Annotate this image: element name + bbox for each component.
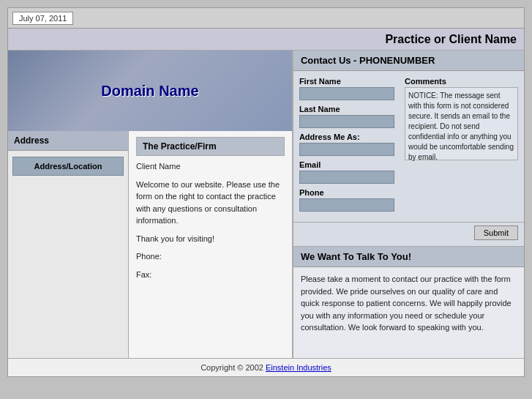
client-name: Client Name bbox=[136, 160, 285, 173]
main-content: Domain Name Address Address/Location The… bbox=[8, 51, 524, 358]
top-bar: July 07, 2011 bbox=[8, 8, 524, 29]
email-label: Email bbox=[299, 160, 400, 169]
comments-label: Comments bbox=[405, 77, 518, 86]
address-me-input[interactable] bbox=[299, 143, 394, 156]
date-badge: July 07, 2011 bbox=[12, 12, 73, 25]
phone-input[interactable] bbox=[299, 198, 394, 212]
contact-header: Contact Us - PHONENUMBER bbox=[293, 51, 524, 71]
title-bar: Practice or Client Name bbox=[8, 29, 524, 51]
last-name-group: Last Name bbox=[299, 105, 400, 128]
footer: Copyright © 2002 Einstein Industries bbox=[8, 358, 524, 376]
sidebar-header: Address bbox=[8, 131, 128, 151]
einstein-link[interactable]: Einstein Industries bbox=[266, 363, 331, 372]
phone-label: Phone bbox=[299, 188, 400, 197]
comments-text: NOTICE: The message sent with this form … bbox=[405, 87, 518, 160]
contact-form-area: First Name Last Name Address Me As: Emai… bbox=[293, 71, 524, 223]
content-header: The Practice/Firm bbox=[136, 137, 285, 156]
content-body: Client Name Welcome to our website. Plea… bbox=[136, 160, 285, 280]
left-panel: Domain Name Address Address/Location The… bbox=[8, 51, 293, 358]
talk-header: We Want To Talk To You! bbox=[293, 247, 524, 267]
email-group: Email bbox=[299, 160, 400, 184]
phone-line: Phone: bbox=[136, 250, 285, 263]
last-name-label: Last Name bbox=[299, 105, 400, 113]
submit-button[interactable]: Submit bbox=[474, 225, 518, 240]
submit-row: Submit bbox=[293, 223, 524, 247]
page-wrapper: July 07, 2011 Practice or Client Name Do… bbox=[7, 7, 525, 377]
first-name-input[interactable] bbox=[299, 87, 394, 100]
welcome-text: Welcome to our website. Please use the f… bbox=[136, 179, 285, 227]
email-input[interactable] bbox=[299, 171, 394, 184]
copyright-text: Copyright © 2002 bbox=[201, 363, 263, 372]
first-name-label: First Name bbox=[299, 77, 400, 86]
domain-banner: Domain Name bbox=[8, 51, 292, 131]
address-me-group: Address Me As: bbox=[299, 133, 400, 156]
page-title: Practice or Client Name bbox=[385, 33, 517, 46]
last-name-input[interactable] bbox=[299, 115, 394, 128]
talk-body: Please take a moment to contact our prac… bbox=[293, 267, 524, 358]
right-panel: Contact Us - PHONENUMBER First Name Last… bbox=[293, 51, 524, 358]
comments-section: Comments NOTICE: The message sent with t… bbox=[405, 77, 518, 216]
form-fields: First Name Last Name Address Me As: Emai… bbox=[299, 77, 400, 216]
sidebar-item-address[interactable]: Address/Location bbox=[12, 157, 124, 176]
address-me-label: Address Me As: bbox=[299, 133, 400, 141]
domain-name: Domain Name bbox=[101, 83, 198, 100]
first-name-group: First Name bbox=[299, 77, 400, 100]
content-area: The Practice/Firm Client Name Welcome to… bbox=[129, 131, 292, 358]
fax-line: Fax: bbox=[136, 269, 285, 281]
phone-group: Phone bbox=[299, 188, 400, 212]
sidebar: Address Address/Location bbox=[8, 131, 129, 358]
thanks-text: Thank you for visiting! bbox=[136, 233, 285, 245]
left-bottom: Address Address/Location The Practice/Fi… bbox=[8, 131, 292, 358]
